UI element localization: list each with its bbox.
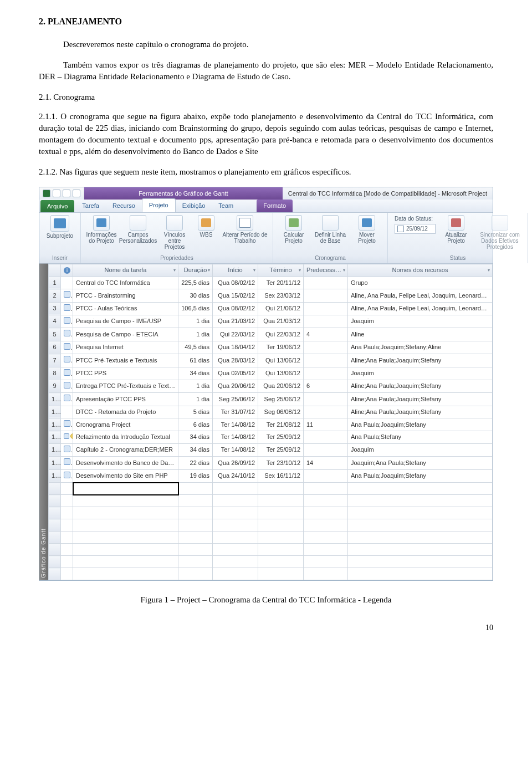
table-row[interactable]: 16Desenvolvimento do Site em PHP19 diasQ… — [49, 469, 493, 482]
cell-predecessors[interactable]: 11 — [304, 418, 348, 431]
cell-predecessors[interactable] — [304, 469, 348, 482]
cell-resources[interactable]: Ana Paula;Joaquim;Stefany;Aline — [348, 341, 493, 354]
col-recursos[interactable]: Nomes dos recursos▾ — [348, 264, 493, 277]
col-indicator[interactable]: i — [61, 264, 73, 277]
cell-task-name[interactable]: Pesquisa de Campo - ETECIA — [73, 328, 178, 341]
cell-task-name[interactable]: Cronograma Project — [73, 418, 178, 431]
row-number[interactable]: 14 — [49, 443, 61, 456]
row-number[interactable]: 16 — [49, 469, 61, 482]
cell-start[interactable]: Qua 28/03/12 — [213, 354, 258, 367]
cell-task-name[interactable]: PTCC - Brainstorming — [73, 289, 178, 302]
cell-duration[interactable]: 30 dias — [178, 289, 213, 302]
cell-start[interactable]: Qui 22/03/12 — [213, 328, 258, 341]
btn-definir-linha-base[interactable]: Definir Linha de Base — [314, 215, 346, 244]
cell-start[interactable]: Qua 02/05/12 — [213, 367, 258, 380]
btn-calcular-projeto[interactable]: Calcular Projeto — [278, 215, 310, 244]
cell-start[interactable]: Ter 14/08/12 — [213, 418, 258, 431]
cell-start[interactable]: Qua 24/10/12 — [213, 469, 258, 482]
cell-end[interactable]: Qua 21/03/12 — [258, 315, 304, 328]
cell-duration[interactable]: 34 dias — [178, 443, 213, 456]
cell-resources[interactable]: Aline;Ana Paula;Joaquim;Stefany — [348, 380, 493, 392]
col-nome-tarefa[interactable]: Nome da tarefa▾ — [73, 264, 178, 277]
btn-campos-personalizados[interactable]: Campos Personalizados — [122, 215, 154, 244]
cell-duration[interactable]: 1 dia — [178, 328, 213, 341]
cell-duration[interactable]: 1 dia — [178, 380, 213, 392]
cell-predecessors[interactable] — [304, 277, 348, 289]
row-number[interactable]: 1 — [49, 277, 61, 289]
cell-resources[interactable]: Aline;Ana Paula;Joaquim;Stefany — [348, 406, 493, 418]
active-cell[interactable] — [73, 483, 178, 495]
cell-duration[interactable]: 34 dias — [178, 367, 213, 380]
cell-end[interactable]: Qui 13/06/12 — [258, 354, 304, 367]
table-row[interactable]: 8PTCC PPS34 diasQua 02/05/12Qui 13/06/12… — [49, 367, 493, 380]
cell-end[interactable]: Ter 23/10/12 — [258, 457, 304, 469]
cell-end[interactable]: Qua 20/06/12 — [258, 380, 304, 392]
cell-resources[interactable]: Joaquim — [348, 367, 493, 380]
tab-formato[interactable]: Formato — [257, 200, 293, 212]
tab-projeto[interactable]: Projeto — [142, 198, 176, 212]
cell-start[interactable]: Seg 25/06/12 — [213, 393, 258, 406]
cell-duration[interactable]: 22 dias — [178, 457, 213, 469]
cell-resources[interactable]: Aline;Ana Paula;Joaquim;Stefany — [348, 354, 493, 367]
cell-resources[interactable]: Grupo — [348, 277, 493, 289]
cell-start[interactable]: Qua 08/02/12 — [213, 302, 258, 315]
cell-end[interactable]: Ter 25/09/12 — [258, 431, 304, 443]
row-number[interactable]: 10 — [49, 393, 61, 406]
table-row[interactable]: 14Capítulo 2 - Cronograma;DER;MER34 dias… — [49, 443, 493, 456]
cell-duration[interactable]: 225,5 dias — [178, 277, 213, 289]
cell-end[interactable]: Qui 13/06/12 — [258, 367, 304, 380]
cell-end[interactable]: Ter 25/09/12 — [258, 443, 304, 456]
cell-task-name[interactable]: Central do TCC Informática — [73, 277, 178, 289]
cell-duration[interactable]: 1 dia — [178, 315, 213, 328]
cell-end[interactable]: Qui 22/03/12 — [258, 328, 304, 341]
cell-resources[interactable]: Aline, Ana Paula, Felipe Leal, Joaquim, … — [348, 289, 493, 302]
cell-predecessors[interactable]: 14 — [304, 457, 348, 469]
cell-start[interactable]: Qua 20/06/12 — [213, 380, 258, 392]
cell-task-name[interactable]: PTCC PPS — [73, 367, 178, 380]
table-row[interactable]: 4Pesquisa de Campo - IME/USP1 diaQua 21/… — [49, 315, 493, 328]
cell-predecessors[interactable] — [304, 289, 348, 302]
cell-end[interactable]: Sex 16/11/12 — [258, 469, 304, 482]
cell-end[interactable]: Seg 06/08/12 — [258, 406, 304, 418]
cell-predecessors[interactable] — [304, 302, 348, 315]
tab-team[interactable]: Team — [212, 200, 240, 212]
cell-start[interactable]: Qua 18/04/12 — [213, 341, 258, 354]
btn-vinculos[interactable]: Vínculos entre Projetos — [158, 215, 191, 250]
cell-task-name[interactable]: Desenvolvimento do Banco de Dados — [73, 457, 178, 469]
btn-subprojeto[interactable]: Subprojeto — [44, 215, 76, 239]
cell-predecessors[interactable] — [304, 354, 348, 367]
cell-start[interactable]: Qua 08/02/12 — [213, 277, 258, 289]
cell-task-name[interactable]: Pesquisa Internet — [73, 341, 178, 354]
cell-task-name[interactable]: Refazimento da Introdução Textual — [73, 431, 178, 443]
cell-end[interactable]: Ter 21/08/12 — [258, 418, 304, 431]
btn-wbs[interactable]: WBS — [195, 215, 217, 238]
cell-resources[interactable]: Ana Paula;Stefany — [348, 431, 493, 443]
table-row[interactable]: 12Cronograma Project6 diasTer 14/08/12Te… — [49, 418, 493, 431]
cell-predecessors[interactable] — [304, 406, 348, 418]
cell-resources[interactable]: Aline;Ana Paula;Joaquim;Stefany — [348, 393, 493, 406]
table-row[interactable]: 9Entrega PTCC Pré-Textuais e Textuais1 d… — [49, 380, 493, 392]
cell-resources[interactable]: Joaquim;Ana Paula;Stefany — [348, 457, 493, 469]
row-number[interactable]: 13 — [49, 431, 61, 443]
table-row[interactable]: 5Pesquisa de Campo - ETECIA1 diaQui 22/0… — [49, 328, 493, 341]
cell-predecessors[interactable]: 6 — [304, 380, 348, 392]
status-date-field[interactable]: 25/09/12 — [395, 224, 436, 234]
cell-predecessors[interactable] — [304, 341, 348, 354]
redo-icon[interactable] — [73, 190, 80, 197]
cell-start[interactable]: Qua 21/03/12 — [213, 315, 258, 328]
row-number[interactable]: 15 — [49, 457, 61, 469]
cell-task-name[interactable]: PTCC Pré-Textuais e Textuais — [73, 354, 178, 367]
cell-start[interactable]: Ter 31/07/12 — [213, 406, 258, 418]
tab-tarefa[interactable]: Tarefa — [75, 200, 106, 212]
cell-duration[interactable]: 19 dias — [178, 469, 213, 482]
col-inicio[interactable]: Início▾ — [213, 264, 258, 277]
cell-end[interactable]: Sex 23/03/12 — [258, 289, 304, 302]
btn-mover-projeto[interactable]: Mover Projeto — [351, 215, 383, 244]
table-row[interactable]: 7PTCC Pré-Textuais e Textuais61 diasQua … — [49, 354, 493, 367]
row-number[interactable]: 12 — [49, 418, 61, 431]
row-number[interactable]: 4 — [49, 315, 61, 328]
cell-end[interactable]: Qui 21/06/12 — [258, 302, 304, 315]
cell-predecessors[interactable]: 4 — [304, 328, 348, 341]
cell-end[interactable]: Ter 20/11/12 — [258, 277, 304, 289]
table-row[interactable]: 10Apresentação PTCC PPS1 diaSeg 25/06/12… — [49, 393, 493, 406]
